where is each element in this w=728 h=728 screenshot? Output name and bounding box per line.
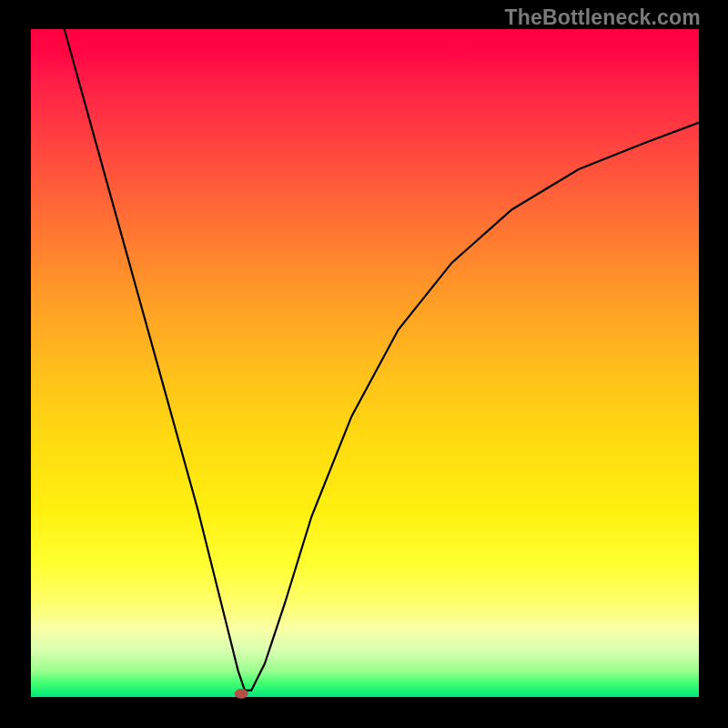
plot-area <box>31 29 699 697</box>
chart-frame: TheBottleneck.com <box>0 0 728 728</box>
watermark-text: TheBottleneck.com <box>504 5 701 30</box>
minimum-marker <box>235 689 248 698</box>
curve-svg <box>31 29 699 697</box>
bottleneck-curve <box>65 29 699 691</box>
